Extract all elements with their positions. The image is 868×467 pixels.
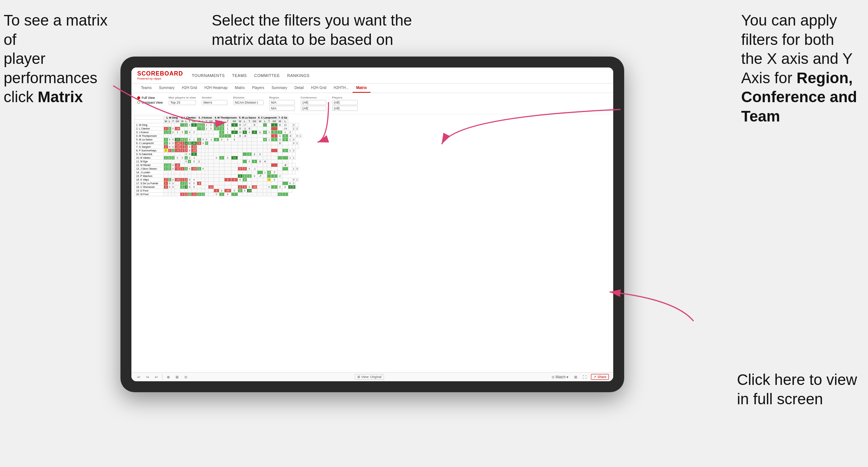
matrix-cell: 1 [164, 142, 168, 145]
nav-committee[interactable]: COMMITTEE [254, 73, 280, 78]
matrix-cell: 0 [171, 185, 174, 189]
matrix-cell [201, 153, 205, 156]
matrix-cell [171, 134, 174, 138]
tab-players[interactable]: Players [249, 84, 268, 93]
filter-players: Players (All) (All) [332, 96, 358, 111]
nav-rankings[interactable]: RANKINGS [287, 73, 310, 78]
matrix-cell: 2 [164, 145, 168, 149]
matrix-cell [247, 138, 252, 142]
matrix-cell [188, 171, 191, 174]
toolbar-undo[interactable]: ↩ [136, 374, 142, 380]
matrix-cell [257, 178, 263, 182]
matrix-cell: 2 [295, 127, 299, 131]
matrix-cell [257, 167, 263, 171]
matrix-cell: 5 [292, 185, 295, 189]
tab-detail[interactable]: Detail [291, 84, 308, 93]
matrix-cell: 1 [164, 163, 168, 167]
filter-conference-select-2[interactable]: (All) [301, 106, 326, 111]
matrix-cell: 0 [191, 123, 197, 127]
toolbar-redo[interactable]: ↪ [145, 374, 150, 380]
matrix-cell [231, 153, 238, 156]
matrix-cell [271, 153, 277, 156]
tablet-frame: SCOREBOARD Powered by clippd TOURNAMENTS… [120, 57, 624, 392]
filter-division: Division NCAA Division I [233, 96, 264, 105]
matrix-cell [205, 193, 208, 196]
filter-division-select[interactable]: NCAA Division I [233, 100, 264, 105]
matrix-cell: 2 [214, 189, 219, 193]
filter-gender-select[interactable]: Men's [202, 100, 227, 105]
toolbar-watch[interactable]: ⊙ Watch ▾ [550, 374, 570, 380]
matrix-cell: 1 [184, 156, 188, 160]
matrix-cell [191, 163, 197, 167]
toolbar-zoom[interactable]: ⊕ [165, 374, 171, 380]
matrix-cell: 0 [188, 185, 191, 189]
share-button[interactable]: ↗ Share [591, 374, 609, 380]
toolbar-fullscreen[interactable]: ⛶ [581, 374, 588, 380]
toolbar-undo2[interactable]: ↩ [153, 374, 159, 380]
matrix-cell: 0 [214, 127, 219, 131]
filter-region-select-1[interactable]: N/A [269, 100, 295, 105]
filter-max-players-select[interactable]: Top 25 [169, 100, 196, 105]
tab-summary[interactable]: Summary [155, 84, 178, 93]
matrix-cell [257, 149, 263, 153]
matrix-cell: 1 [214, 138, 219, 142]
matrix-cell [283, 182, 288, 185]
matrix-cell [164, 174, 168, 178]
matrix-cell: 1 [271, 134, 277, 138]
view-compact-option[interactable]: Compact View [137, 101, 163, 104]
matrix-cell: 1 [191, 138, 197, 142]
matrix-cell [188, 163, 191, 167]
tab-matrix-active[interactable]: Matrix [353, 84, 370, 93]
matrix-cell [224, 167, 231, 171]
matrix-cell: 1 [247, 174, 252, 178]
view-full-option[interactable]: Full View [137, 96, 163, 100]
matrix-cell [267, 163, 271, 167]
matrix-cell: 2 [175, 131, 180, 134]
matrix-cell [257, 163, 263, 167]
nav-tournaments[interactable]: TOURNAMENTS [192, 73, 225, 78]
filter-players-select-2[interactable]: (All) [332, 106, 358, 111]
tab-matrix-left[interactable]: Matrix [231, 84, 248, 93]
matrix-cell: 24 [191, 142, 197, 145]
matrix-cell [277, 127, 282, 131]
filter-conference-select-1[interactable]: (All) [301, 100, 326, 105]
matrix-cell [288, 153, 292, 156]
matrix-cell: 13 [247, 189, 252, 193]
tab-h2h-grid[interactable]: H2H Grid [178, 84, 201, 93]
matrix-cell [257, 145, 263, 149]
matrix-cell: 2 [238, 185, 242, 189]
nav-teams[interactable]: TEAMS [232, 73, 247, 78]
matrix-cell: 2 [180, 178, 185, 182]
matrix-cell [242, 138, 247, 142]
matrix-cell [238, 138, 242, 142]
matrix-cell: 2 [180, 142, 185, 145]
matrix-cell [208, 174, 214, 178]
filter-region-select-2[interactable]: N/A [269, 106, 295, 111]
matrix-cell: 13 [283, 123, 288, 127]
view-original-btn[interactable]: ⊞ View: Original [355, 374, 384, 380]
tab-h2h-heatmap[interactable]: H2H Heatmap [201, 84, 231, 93]
tab-h2h-grid2[interactable]: H2H Grid [307, 84, 330, 93]
matrix-cell: 0 [201, 138, 205, 142]
tab-summary2[interactable]: Summary [268, 84, 291, 93]
matrix-cell [257, 138, 263, 142]
matrix-cell [175, 182, 180, 185]
matrix-cell [201, 171, 205, 174]
toolbar-settings[interactable]: ⊞ [174, 374, 180, 380]
filter-players-select-1[interactable]: (All) [332, 100, 358, 105]
tab-teams[interactable]: Teams [137, 84, 155, 93]
matrix-cell [288, 145, 292, 149]
tab-h2hth[interactable]: H2HTH... [330, 84, 353, 93]
matrix-cell [242, 145, 247, 149]
matrix-cell [180, 127, 185, 131]
player-name-cell: 3. J Koivun [135, 131, 164, 134]
matrix-cell: 1 [295, 142, 299, 145]
matrix-cell [263, 174, 267, 178]
toolbar-info[interactable]: ⊙ [183, 374, 189, 380]
player-name-cell: 9. N Gabrelcik [135, 153, 164, 156]
matrix-cell [201, 163, 205, 167]
matrix-cell [224, 145, 231, 149]
matrix-cell: 0 [171, 138, 174, 142]
toolbar-screen[interactable]: ⊞ [573, 374, 579, 380]
matrix-cell: 1 [238, 189, 242, 193]
